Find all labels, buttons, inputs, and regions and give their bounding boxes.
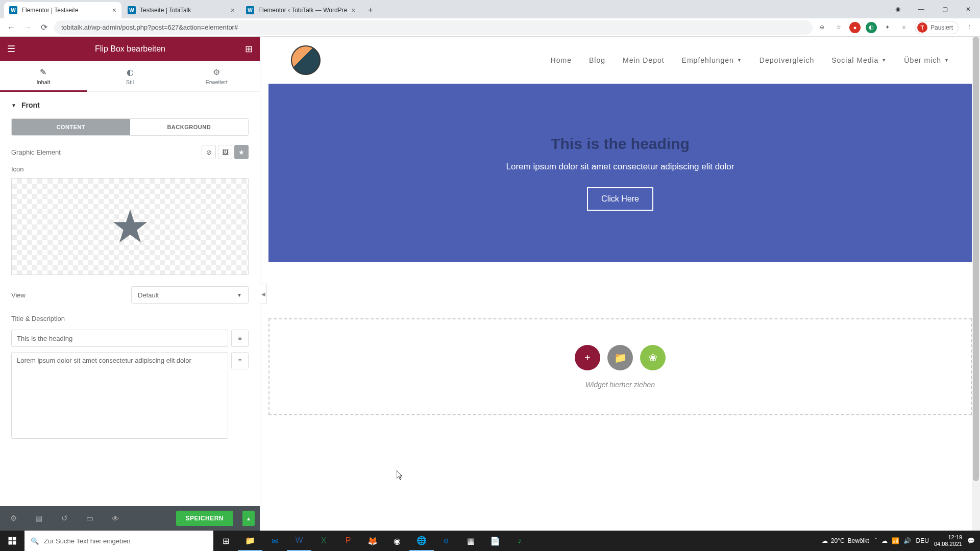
maximize-button[interactable]: ▢ [933, 0, 957, 18]
new-tab-button[interactable]: + [361, 2, 379, 18]
browser-tab[interactable]: W Elementor ‹ TobiTalk — WordPre × [241, 2, 360, 18]
app-icon[interactable]: ▦ [458, 531, 483, 551]
browser-tab[interactable]: W Testseite | TobiTalk × [122, 2, 240, 18]
subtab-content[interactable]: CONTENT [12, 119, 130, 135]
flipbox-button[interactable]: Click Here [587, 187, 653, 211]
settings-icon[interactable]: ⚙ [5, 514, 21, 523]
language-indicator[interactable]: DEU [916, 537, 929, 544]
close-tab-icon[interactable]: × [231, 6, 235, 14]
excel-icon[interactable]: X [311, 531, 336, 551]
preview-canvas[interactable]: Home Blog Mein Depot Empfehlungen▼ Depot… [260, 37, 980, 531]
graphic-none-option[interactable]: ⊘ [202, 145, 216, 159]
tab-style[interactable]: ◐ Stil [87, 61, 174, 91]
task-view-icon[interactable]: ⊞ [213, 531, 238, 551]
spotify-icon[interactable]: ♪ [507, 531, 532, 551]
outlook-icon[interactable]: ✉ [262, 531, 287, 551]
dynamic-tags-button[interactable]: ≡ [231, 352, 249, 369]
taskbar-search[interactable]: 🔍 Zur Suche Text hier eingeben [24, 531, 213, 551]
drag-hint-text: Widget hierher ziehen [585, 381, 655, 389]
section-front-header[interactable]: ▼ Front [11, 92, 249, 118]
chrome-icon[interactable]: 🌐 [409, 531, 434, 551]
start-button[interactable] [0, 531, 24, 551]
close-tab-icon[interactable]: × [351, 6, 355, 14]
volume-icon[interactable]: 🔊 [903, 537, 911, 544]
notepad-icon[interactable]: 📄 [483, 531, 507, 551]
word-icon[interactable]: W [287, 531, 311, 551]
graphic-image-option[interactable]: 🖼 [218, 145, 232, 159]
weather-widget[interactable]: ☁ 20°C Bewölkt [822, 537, 869, 544]
tab-advanced[interactable]: ⚙ Erweitert [173, 61, 260, 91]
widgets-grid-icon[interactable]: ⊞ [245, 43, 253, 55]
bookmark-star-icon[interactable]: ☆ [833, 22, 844, 33]
adblock-extension-icon[interactable]: ● [849, 22, 861, 33]
history-icon[interactable]: ↺ [56, 514, 72, 523]
wifi-icon[interactable]: 📶 [892, 537, 899, 544]
file-explorer-icon[interactable]: 📁 [238, 531, 262, 551]
tab-title: Elementor ‹ TobiTalk — WordPre [258, 7, 347, 14]
close-tab-icon[interactable]: × [112, 6, 116, 14]
powerpoint-icon[interactable]: P [336, 531, 360, 551]
edge-icon[interactable]: e [434, 531, 458, 551]
reading-list-icon[interactable]: ≡ [898, 22, 910, 33]
onedrive-icon[interactable]: ☁ [881, 537, 888, 544]
browser-toolbar: ← → ⟳ tobitalk.at/wp-admin/post.php?post… [0, 18, 980, 37]
notifications-icon[interactable]: 💬 [967, 537, 975, 544]
add-template-button[interactable]: 📁 [607, 345, 633, 370]
save-button[interactable]: SPEICHERN [176, 511, 233, 526]
preview-scrollbar[interactable] [972, 37, 980, 531]
nav-home[interactable]: Home [551, 56, 572, 64]
scrollbar-thumb[interactable] [973, 37, 979, 481]
profile-status: Pausiert [930, 24, 953, 31]
forward-button[interactable]: → [21, 21, 34, 34]
svg-rect-2 [9, 541, 12, 545]
site-logo[interactable] [291, 45, 321, 75]
browser-menu-icon[interactable]: ⋮ [964, 22, 975, 33]
hamburger-menu-icon[interactable]: ☰ [7, 43, 15, 55]
title-desc-label: Title & Description [11, 315, 249, 322]
subtab-background[interactable]: BACKGROUND [130, 119, 249, 135]
obs-icon[interactable]: ◉ [385, 531, 409, 551]
dynamic-tags-button[interactable]: ≡ [231, 330, 249, 347]
browser-tab-active[interactable]: W Elementor | Testseite × [4, 2, 121, 18]
profile-button[interactable]: T Pausiert [915, 21, 959, 34]
nav-depot[interactable]: Mein Depot [623, 56, 665, 64]
account-icon[interactable]: ◉ [886, 0, 910, 18]
add-section-area[interactable]: + 📁 ❀ Widget hierher ziehen [268, 318, 972, 415]
back-button[interactable]: ← [5, 21, 17, 34]
add-section-button[interactable]: + [575, 345, 600, 370]
responsive-icon[interactable]: ▭ [82, 514, 98, 523]
clock[interactable]: 12:19 04.08.2021 [934, 534, 962, 547]
icon-label: Icon [11, 165, 249, 173]
icon-picker[interactable] [11, 178, 249, 275]
panel-collapse-handle[interactable]: ◀ [260, 284, 267, 304]
nav-depotvergleich[interactable]: Depotvergleich [760, 56, 814, 64]
nav-about[interactable]: Über mich▼ [904, 56, 949, 64]
firefox-icon[interactable]: 🦊 [360, 531, 385, 551]
save-options-button[interactable]: ▲ [242, 511, 255, 526]
graphic-element-toggle: ⊘ 🖼 ★ [202, 145, 249, 159]
graphic-icon-option[interactable]: ★ [234, 145, 249, 159]
tray-chevron-icon[interactable]: ˄ [874, 537, 877, 544]
nav-empfehlungen[interactable]: Empfehlungen▼ [682, 56, 742, 64]
navigator-icon[interactable]: ▤ [31, 514, 47, 523]
zoom-icon[interactable]: ⊕ [817, 22, 828, 33]
reload-button[interactable]: ⟳ [38, 21, 50, 34]
title-input[interactable] [11, 330, 228, 347]
extension-icon[interactable]: ◐ [866, 22, 877, 33]
address-bar[interactable]: tobitalk.at/wp-admin/post.php?post=627&a… [54, 20, 813, 35]
nav-blog[interactable]: Blog [589, 56, 605, 64]
panel-scroll-area[interactable]: ▼ Front CONTENT BACKGROUND Graphic Eleme… [0, 92, 260, 506]
system-tray[interactable]: ˄ ☁ 📶 🔊 [874, 537, 911, 544]
envato-button[interactable]: ❀ [640, 345, 666, 370]
nav-social[interactable]: Social Media▼ [831, 56, 887, 64]
close-window-button[interactable]: ✕ [957, 0, 980, 18]
tab-label: Erweitert [205, 79, 227, 85]
preview-icon[interactable]: 👁 [107, 514, 124, 523]
extensions-icon[interactable]: ✦ [882, 22, 893, 33]
flipbox-widget[interactable]: This is the heading Lorem ipsum dolor si… [268, 84, 972, 262]
minimize-button[interactable]: — [910, 0, 933, 18]
description-textarea[interactable]: Lorem ipsum dolor sit amet consectetur a… [11, 352, 228, 439]
view-select[interactable]: Default ▼ [131, 286, 249, 304]
tab-content[interactable]: ✎ Inhalt [0, 61, 87, 91]
flipbox-heading: This is the heading [551, 135, 690, 153]
